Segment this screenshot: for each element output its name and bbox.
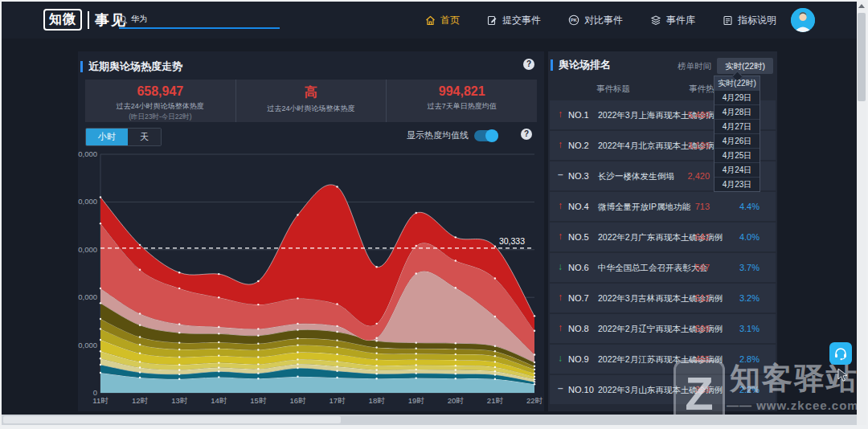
avatar-person-icon bbox=[791, 8, 815, 32]
svg-text:18时: 18时 bbox=[369, 396, 386, 405]
switch-knob bbox=[485, 129, 498, 142]
table-row[interactable]: ↑NO.72022年3月吉林再现本土确诊病例5123.2% bbox=[550, 284, 776, 313]
trend-down-icon: ↓ bbox=[558, 353, 563, 364]
app-root: 知微 事见 华为 首页提交事件PK对比事件事件库指标说明 近期舆论场热度走势 bbox=[2, 2, 857, 415]
trend-up-icon: ↑ bbox=[558, 231, 563, 242]
ranking-panel: 舆论场排名 榜单时间 实时(22时) 事件标题 事件热度 ↑NO.12022年3… bbox=[548, 51, 777, 411]
time-select-button[interactable]: 实时(22时) bbox=[717, 58, 773, 74]
dropdown-option[interactable]: 4月29日 bbox=[714, 91, 760, 105]
logo-primary: 知微 bbox=[43, 9, 82, 31]
dropdown-option[interactable]: 4月26日 bbox=[714, 134, 760, 149]
svg-text:12时: 12时 bbox=[132, 396, 149, 405]
nav-item-label: 对比事件 bbox=[584, 14, 623, 27]
svg-text:22时: 22时 bbox=[526, 396, 543, 405]
nav-item-提交事件[interactable]: 提交事件 bbox=[487, 14, 541, 27]
rank-number: NO.9 bbox=[568, 354, 589, 364]
avg-switch-label: 显示热度均值线 bbox=[407, 129, 469, 141]
nav-item-label: 提交事件 bbox=[502, 14, 541, 27]
customer-service-button[interactable] bbox=[829, 342, 852, 365]
user-avatar[interactable] bbox=[791, 8, 815, 32]
horizontal-scrollbar[interactable] bbox=[2, 415, 857, 425]
svg-text:13时: 13时 bbox=[171, 396, 188, 405]
avg-line-control: 显示热度均值线 bbox=[407, 129, 498, 141]
rank-number: NO.5 bbox=[568, 232, 589, 242]
rank-number: NO.2 bbox=[568, 141, 589, 150]
stat-card: 658,947过去24小时舆论场整体热度(昨日23时-今日22时) bbox=[85, 80, 235, 122]
avg-line-switch[interactable] bbox=[474, 130, 498, 141]
dropdown-option[interactable]: 4月27日 bbox=[714, 120, 760, 134]
time-label: 榜单时间 bbox=[678, 61, 711, 72]
event-heat: 2,420 bbox=[687, 171, 710, 181]
event-percent: 3.7% bbox=[739, 263, 760, 272]
nav-item-首页[interactable]: 首页 bbox=[425, 14, 460, 27]
trend-down-icon: ↓ bbox=[558, 261, 563, 272]
trend-flat-icon: – bbox=[558, 169, 563, 180]
rank-number: NO.7 bbox=[568, 293, 589, 303]
brand-logo[interactable]: 知微 事见 bbox=[43, 9, 127, 31]
submit-event-icon bbox=[487, 15, 497, 26]
event-percent: 2.2% bbox=[739, 385, 760, 394]
stat-value: 658,947 bbox=[85, 84, 235, 99]
nav-item-label: 事件库 bbox=[666, 14, 695, 27]
scroll-up-arrow-icon[interactable] bbox=[858, 4, 865, 8]
event-heat: 512 bbox=[695, 293, 710, 303]
event-title[interactable]: 微博全量开放IP属地功能 bbox=[598, 202, 690, 213]
rank-number: NO.10 bbox=[568, 385, 594, 394]
svg-text:PK: PK bbox=[571, 18, 577, 22]
vertical-scrollbar-thumb[interactable] bbox=[858, 13, 866, 101]
horizontal-scrollbar-thumb[interactable] bbox=[3, 416, 341, 423]
stat-label: 过去7天单日热度均值 bbox=[387, 101, 537, 112]
event-percent: 2.8% bbox=[739, 354, 760, 364]
table-row[interactable]: –NO.102022年3月山东再现本土确诊病例3592.2% bbox=[550, 375, 776, 404]
table-row[interactable]: ↑NO.4微博全量开放IP属地功能7134.4% bbox=[550, 192, 776, 221]
dropdown-option[interactable]: 4月25日 bbox=[714, 149, 760, 163]
search-input[interactable]: 华为 bbox=[119, 11, 280, 29]
heat-trend-stacked-area-chart[interactable]: 010,00020,00030,00040,00050,00011时12时13时… bbox=[78, 141, 544, 411]
dropdown-option[interactable]: 4月23日 bbox=[714, 178, 760, 191]
svg-text:40,000: 40,000 bbox=[78, 197, 97, 206]
nav-item-事件库[interactable]: 事件库 bbox=[650, 14, 695, 27]
rank-number: NO.6 bbox=[568, 263, 589, 272]
stat-value: 高 bbox=[236, 84, 387, 101]
title-accent-bar bbox=[80, 61, 83, 72]
trend-up-icon: ↑ bbox=[558, 322, 563, 333]
dropdown-option[interactable]: 4月28日 bbox=[714, 105, 760, 120]
vertical-scrollbar[interactable] bbox=[857, 2, 866, 425]
table-row[interactable]: ↑NO.52022年2月广东再现本土确诊病例6424.0% bbox=[550, 223, 776, 251]
svg-text:14时: 14时 bbox=[211, 396, 227, 405]
rank-number: NO.1 bbox=[568, 110, 589, 120]
svg-text:50,000: 50,000 bbox=[78, 149, 97, 158]
table-row[interactable]: ↓NO.92022年2月江苏再现本土确诊病例4552.8% bbox=[550, 345, 776, 374]
stats-bar: 658,947过去24小时舆论场整体热度(昨日23时-今日22时)高过去24小时… bbox=[85, 80, 537, 122]
stat-label: 过去24小时舆论场整体热度 bbox=[85, 101, 235, 112]
trend-panel-title-text: 近期舆论场热度走势 bbox=[88, 59, 182, 74]
dropdown-option[interactable]: 4月24日 bbox=[714, 163, 760, 178]
svg-text:10,000: 10,000 bbox=[78, 341, 97, 349]
nav-item-对比事件[interactable]: PK对比事件 bbox=[568, 14, 623, 27]
trend-up-icon: ↑ bbox=[558, 139, 563, 150]
svg-text:30,000: 30,000 bbox=[78, 245, 97, 254]
pk-icon: PK bbox=[568, 14, 579, 26]
event-heat: 3,139 bbox=[687, 141, 710, 150]
event-heat: 597 bbox=[695, 263, 710, 272]
event-heat: 509 bbox=[695, 324, 710, 333]
doc-icon bbox=[723, 15, 733, 26]
stat-label: 过去24小时舆论场整体热度 bbox=[236, 104, 387, 114]
chart-help-icon[interactable]: ? bbox=[521, 129, 532, 140]
logo-separator bbox=[88, 11, 89, 29]
column-event-title: 事件标题 bbox=[596, 84, 630, 95]
event-title[interactable]: 长沙一楼体发生倒塌 bbox=[598, 171, 674, 182]
svg-text:11时: 11时 bbox=[92, 396, 108, 405]
rank-number: NO.8 bbox=[568, 324, 589, 333]
event-title[interactable]: 中华全国总工会召开表彰大会 bbox=[598, 263, 708, 274]
event-heat: 5,480 bbox=[687, 110, 710, 120]
nav-item-指标说明[interactable]: 指标说明 bbox=[723, 14, 776, 27]
event-heat: 642 bbox=[695, 232, 710, 242]
table-row[interactable]: ↑NO.82022年2月辽宁再现本土确诊病例5093.1% bbox=[550, 314, 776, 343]
trend-up-icon: ↑ bbox=[558, 292, 563, 303]
trend-panel-title: 近期舆论场热度走势 bbox=[80, 59, 182, 74]
table-row[interactable]: ↓NO.6中华全国总工会召开表彰大会5973.7% bbox=[550, 253, 776, 282]
search-value: 华为 bbox=[131, 14, 147, 25]
trend-help-icon[interactable]: ? bbox=[523, 59, 534, 70]
event-percent: 3.1% bbox=[739, 324, 760, 333]
